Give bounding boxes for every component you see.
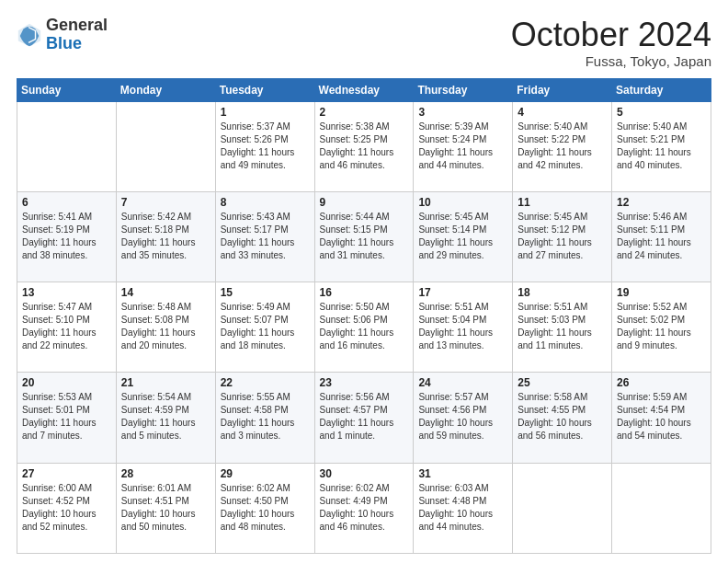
calendar-cell: 29Sunrise: 6:02 AM Sunset: 4:50 PM Dayli… — [215, 463, 314, 553]
day-number: 26 — [617, 376, 706, 389]
day-info: Sunrise: 5:37 AM Sunset: 5:26 PM Dayligh… — [221, 121, 310, 172]
calendar-cell — [17, 101, 117, 191]
calendar-cell: 27Sunrise: 6:00 AM Sunset: 4:52 PM Dayli… — [17, 463, 117, 553]
logo: General Blue — [17, 17, 108, 53]
calendar-cell: 9Sunrise: 5:44 AM Sunset: 5:15 PM Daylig… — [314, 191, 414, 282]
day-number: 2 — [320, 106, 409, 119]
calendar-cell: 3Sunrise: 5:39 AM Sunset: 5:24 PM Daylig… — [414, 101, 513, 191]
day-number: 24 — [418, 376, 507, 389]
calendar-table: Sunday Monday Tuesday Wednesday Thursday… — [17, 78, 711, 554]
header-monday: Monday — [116, 78, 215, 101]
calendar-cell: 10Sunrise: 5:45 AM Sunset: 5:14 PM Dayli… — [414, 191, 513, 282]
calendar-cell: 17Sunrise: 5:51 AM Sunset: 5:04 PM Dayli… — [414, 282, 513, 373]
day-number: 20 — [22, 376, 111, 389]
calendar-cell: 30Sunrise: 6:02 AM Sunset: 4:49 PM Dayli… — [314, 463, 414, 553]
calendar-cell: 26Sunrise: 5:59 AM Sunset: 4:54 PM Dayli… — [612, 373, 711, 463]
weekday-header-row: Sunday Monday Tuesday Wednesday Thursday… — [17, 78, 711, 101]
day-number: 6 — [22, 196, 111, 209]
header-sunday: Sunday — [17, 78, 117, 101]
calendar-cell: 23Sunrise: 5:56 AM Sunset: 4:57 PM Dayli… — [314, 373, 414, 463]
calendar-cell: 28Sunrise: 6:01 AM Sunset: 4:51 PM Dayli… — [116, 463, 215, 553]
calendar-cell: 4Sunrise: 5:40 AM Sunset: 5:22 PM Daylig… — [513, 101, 612, 191]
day-number: 4 — [518, 106, 607, 119]
day-number: 31 — [418, 467, 507, 480]
day-number: 22 — [221, 376, 310, 389]
day-number: 8 — [221, 196, 310, 209]
day-info: Sunrise: 5:38 AM Sunset: 5:25 PM Dayligh… — [320, 121, 409, 172]
calendar-cell: 31Sunrise: 6:03 AM Sunset: 4:48 PM Dayli… — [414, 463, 513, 553]
day-number: 12 — [617, 196, 706, 209]
day-info: Sunrise: 6:01 AM Sunset: 4:51 PM Dayligh… — [121, 482, 210, 534]
logo-icon — [17, 22, 42, 48]
day-info: Sunrise: 5:48 AM Sunset: 5:08 PM Dayligh… — [121, 301, 210, 352]
calendar-cell: 12Sunrise: 5:46 AM Sunset: 5:11 PM Dayli… — [612, 191, 711, 282]
day-number: 25 — [518, 376, 607, 389]
day-number: 17 — [418, 286, 507, 299]
day-number: 11 — [518, 196, 607, 209]
day-info: Sunrise: 5:40 AM Sunset: 5:21 PM Dayligh… — [617, 121, 706, 172]
header-friday: Friday — [513, 78, 612, 101]
day-info: Sunrise: 5:51 AM Sunset: 5:04 PM Dayligh… — [418, 301, 507, 352]
calendar-cell: 22Sunrise: 5:55 AM Sunset: 4:58 PM Dayli… — [215, 373, 314, 463]
calendar-cell: 6Sunrise: 5:41 AM Sunset: 5:19 PM Daylig… — [17, 191, 117, 282]
day-info: Sunrise: 5:54 AM Sunset: 4:59 PM Dayligh… — [121, 391, 210, 442]
header-wednesday: Wednesday — [314, 78, 414, 101]
day-info: Sunrise: 5:44 AM Sunset: 5:15 PM Dayligh… — [320, 211, 409, 262]
day-number: 28 — [121, 467, 210, 480]
day-info: Sunrise: 5:41 AM Sunset: 5:19 PM Dayligh… — [22, 211, 111, 262]
header-saturday: Saturday — [612, 78, 711, 101]
day-number: 1 — [221, 106, 310, 119]
day-info: Sunrise: 6:02 AM Sunset: 4:50 PM Dayligh… — [221, 482, 310, 534]
day-number: 13 — [22, 286, 111, 299]
day-number: 15 — [221, 286, 310, 299]
day-info: Sunrise: 5:39 AM Sunset: 5:24 PM Dayligh… — [418, 121, 507, 172]
calendar-week-1: 1Sunrise: 5:37 AM Sunset: 5:26 PM Daylig… — [17, 101, 711, 191]
day-number: 29 — [221, 467, 310, 480]
day-info: Sunrise: 5:59 AM Sunset: 4:54 PM Dayligh… — [617, 391, 706, 442]
header-tuesday: Tuesday — [215, 78, 314, 101]
day-number: 30 — [320, 467, 409, 480]
day-info: Sunrise: 5:49 AM Sunset: 5:07 PM Dayligh… — [221, 301, 310, 352]
day-info: Sunrise: 5:45 AM Sunset: 5:14 PM Dayligh… — [418, 211, 507, 262]
calendar-cell: 1Sunrise: 5:37 AM Sunset: 5:26 PM Daylig… — [215, 101, 314, 191]
calendar-cell: 16Sunrise: 5:50 AM Sunset: 5:06 PM Dayli… — [314, 282, 414, 373]
calendar-cell: 7Sunrise: 5:42 AM Sunset: 5:18 PM Daylig… — [116, 191, 215, 282]
calendar-cell: 11Sunrise: 5:45 AM Sunset: 5:12 PM Dayli… — [513, 191, 612, 282]
calendar-body: 1Sunrise: 5:37 AM Sunset: 5:26 PM Daylig… — [17, 101, 711, 553]
day-number: 27 — [22, 467, 111, 480]
day-info: Sunrise: 5:56 AM Sunset: 4:57 PM Dayligh… — [320, 391, 409, 442]
day-info: Sunrise: 5:52 AM Sunset: 5:02 PM Dayligh… — [617, 301, 706, 352]
day-info: Sunrise: 5:58 AM Sunset: 4:55 PM Dayligh… — [518, 391, 607, 442]
calendar-cell: 19Sunrise: 5:52 AM Sunset: 5:02 PM Dayli… — [612, 282, 711, 373]
calendar-week-5: 27Sunrise: 6:00 AM Sunset: 4:52 PM Dayli… — [17, 463, 711, 553]
calendar-cell: 25Sunrise: 5:58 AM Sunset: 4:55 PM Dayli… — [513, 373, 612, 463]
day-number: 18 — [518, 286, 607, 299]
calendar-cell: 5Sunrise: 5:40 AM Sunset: 5:21 PM Daylig… — [612, 101, 711, 191]
title-block: October 2024 Fussa, Tokyo, Japan — [511, 17, 711, 69]
day-info: Sunrise: 6:03 AM Sunset: 4:48 PM Dayligh… — [418, 482, 507, 534]
day-number: 21 — [121, 376, 210, 389]
calendar-cell: 8Sunrise: 5:43 AM Sunset: 5:17 PM Daylig… — [215, 191, 314, 282]
day-number: 3 — [418, 106, 507, 119]
calendar-cell: 20Sunrise: 5:53 AM Sunset: 5:01 PM Dayli… — [17, 373, 117, 463]
calendar-cell: 2Sunrise: 5:38 AM Sunset: 5:25 PM Daylig… — [314, 101, 414, 191]
day-number: 19 — [617, 286, 706, 299]
calendar-week-3: 13Sunrise: 5:47 AM Sunset: 5:10 PM Dayli… — [17, 282, 711, 373]
day-info: Sunrise: 5:53 AM Sunset: 5:01 PM Dayligh… — [22, 391, 111, 442]
calendar-cell — [612, 463, 711, 553]
day-info: Sunrise: 5:50 AM Sunset: 5:06 PM Dayligh… — [320, 301, 409, 352]
calendar-cell: 14Sunrise: 5:48 AM Sunset: 5:08 PM Dayli… — [116, 282, 215, 373]
calendar-cell — [116, 101, 215, 191]
header-thursday: Thursday — [414, 78, 513, 101]
calendar-cell: 13Sunrise: 5:47 AM Sunset: 5:10 PM Dayli… — [17, 282, 117, 373]
day-info: Sunrise: 5:55 AM Sunset: 4:58 PM Dayligh… — [221, 391, 310, 442]
day-info: Sunrise: 5:46 AM Sunset: 5:11 PM Dayligh… — [617, 211, 706, 262]
day-number: 23 — [320, 376, 409, 389]
day-number: 7 — [121, 196, 210, 209]
logo-text: General Blue — [46, 17, 108, 53]
day-info: Sunrise: 5:43 AM Sunset: 5:17 PM Dayligh… — [221, 211, 310, 262]
calendar-cell: 21Sunrise: 5:54 AM Sunset: 4:59 PM Dayli… — [116, 373, 215, 463]
calendar-cell: 18Sunrise: 5:51 AM Sunset: 5:03 PM Dayli… — [513, 282, 612, 373]
day-info: Sunrise: 5:51 AM Sunset: 5:03 PM Dayligh… — [518, 301, 607, 352]
page-header: General Blue October 2024 Fussa, Tokyo, … — [17, 17, 711, 69]
